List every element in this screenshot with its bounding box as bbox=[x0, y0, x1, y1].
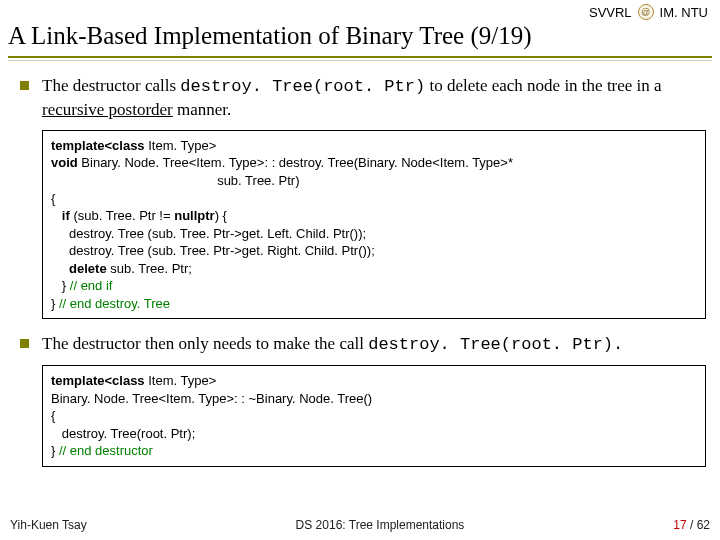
code1-l10a: } bbox=[51, 296, 59, 311]
code2-l5a: } bbox=[51, 443, 59, 458]
bullet-1-text-b: to delete each node in the tree in a bbox=[425, 76, 661, 95]
code1-l1c: Item. Type> bbox=[145, 138, 217, 153]
footer-page: 17 / 62 bbox=[673, 518, 710, 532]
bullet-1-text-a: The destructor calls bbox=[42, 76, 180, 95]
bullet-marker-icon bbox=[20, 339, 29, 348]
code2-kw-template: template< bbox=[51, 373, 112, 388]
code1-kw-nullptr: nullptr bbox=[174, 208, 214, 223]
bullet-1-underline: recursive postorder bbox=[42, 100, 173, 119]
content: The destructor calls destroy. Tree(root.… bbox=[0, 61, 720, 467]
org-name: IM. NTU bbox=[660, 5, 708, 20]
code-block-1: template<class Item. Type> void Binary. … bbox=[42, 130, 706, 319]
footer-author: Yih-Kuen Tsay bbox=[10, 518, 87, 532]
page-current: 17 bbox=[673, 518, 686, 532]
code1-l5b: (sub. Tree. Ptr != bbox=[70, 208, 174, 223]
code1-l7: destroy. Tree (sub. Tree. Ptr->get. Righ… bbox=[51, 243, 375, 258]
code1-l6: destroy. Tree (sub. Tree. Ptr->get. Left… bbox=[51, 226, 366, 241]
ntu-logo-icon: @ bbox=[638, 4, 654, 20]
code-block-2: template<class Item. Type> Binary. Node.… bbox=[42, 365, 706, 467]
bullet-2-code: destroy. Tree(root. Ptr). bbox=[368, 335, 623, 354]
bullet-1-code: destroy. Tree(root. Ptr) bbox=[180, 77, 425, 96]
code1-kw-delete: delete bbox=[51, 261, 107, 276]
page-sep: / bbox=[687, 518, 697, 532]
code2-l3: { bbox=[51, 408, 55, 423]
bullet-2: The destructor then only needs to make t… bbox=[42, 333, 706, 357]
code2-l4: destroy. Tree(root. Ptr); bbox=[51, 426, 195, 441]
code1-kw-class: class bbox=[112, 138, 145, 153]
code1-l4: { bbox=[51, 191, 55, 206]
bullet-1: The destructor calls destroy. Tree(root.… bbox=[42, 75, 706, 122]
code1-l5d: ) { bbox=[215, 208, 227, 223]
bullet-2-text: The destructor then only needs to make t… bbox=[42, 334, 368, 353]
code2-kw-class: class bbox=[112, 373, 145, 388]
footer: Yih-Kuen Tsay DS 2016: Tree Implementati… bbox=[0, 518, 720, 532]
code2-cmt-end: // end destructor bbox=[59, 443, 153, 458]
code1-cmt-endif: // end if bbox=[70, 278, 113, 293]
lab-name: SVVRL bbox=[589, 5, 632, 20]
code1-l2b: Binary. Node. Tree<Item. Type>: : destro… bbox=[78, 155, 513, 170]
code2-l1c: Item. Type> bbox=[145, 373, 217, 388]
code1-l3: sub. Tree. Ptr) bbox=[51, 173, 300, 188]
page-total: 62 bbox=[697, 518, 710, 532]
bullet-1-text-c: manner. bbox=[173, 100, 232, 119]
code2-l2: Binary. Node. Tree<Item. Type>: : ~Binar… bbox=[51, 391, 372, 406]
footer-course: DS 2016: Tree Implementations bbox=[296, 518, 465, 532]
code1-kw-if: if bbox=[51, 208, 70, 223]
code1-l8b: sub. Tree. Ptr; bbox=[107, 261, 192, 276]
header: SVVRL @ IM. NTU A Link-Based Implementat… bbox=[0, 0, 720, 61]
bullet-marker-icon bbox=[20, 81, 29, 90]
header-meta: SVVRL @ IM. NTU bbox=[8, 4, 712, 20]
title-rule bbox=[8, 56, 712, 58]
code1-l9a: } bbox=[51, 278, 70, 293]
page-title: A Link-Based Implementation of Binary Tr… bbox=[8, 20, 712, 56]
code1-kw-void: void bbox=[51, 155, 78, 170]
code1-cmt-end: // end destroy. Tree bbox=[59, 296, 170, 311]
code1-kw-template: template< bbox=[51, 138, 112, 153]
